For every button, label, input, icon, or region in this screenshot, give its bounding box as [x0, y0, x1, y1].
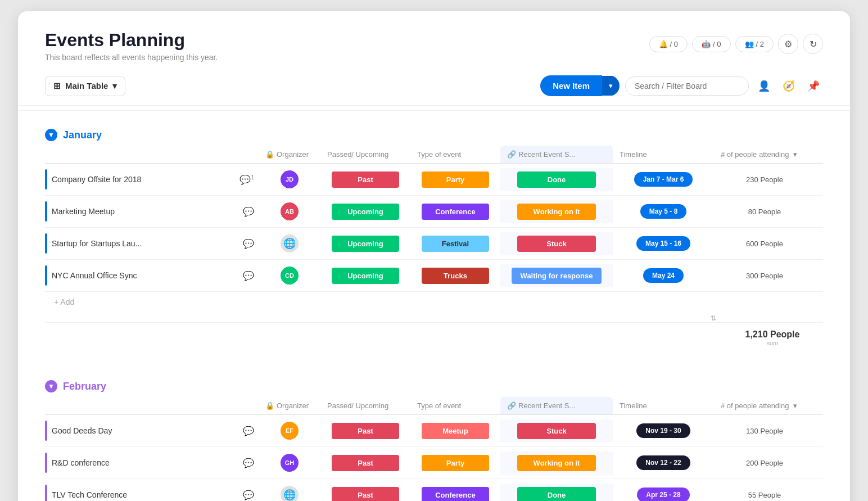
table-row: Company Offsite for 2018💬1JDPastPartyDon… — [45, 164, 823, 196]
timeline-value: Nov 12 - 22 — [636, 455, 690, 470]
filter-icon[interactable]: ▾ — [793, 150, 797, 159]
recent-event-status: Working on it — [517, 204, 596, 220]
col-header-5: Timeline — [613, 146, 714, 163]
table-row: Marketing Meetup💬ABUpcomingConferenceWor… — [45, 196, 823, 228]
table-row: R&D conference💬GHPastPartyWorking on itN… — [45, 447, 823, 479]
event-type-status: Meetup — [422, 423, 489, 439]
row-item-name: NYC Annual Office Sync — [52, 271, 236, 280]
type-of-event-cell[interactable]: Festival — [410, 232, 500, 255]
activity-btn[interactable]: ↻ — [803, 34, 823, 54]
type-of-event-cell[interactable]: Party — [410, 168, 500, 191]
avatar: 🌐 — [281, 486, 299, 501]
comment-icon[interactable]: 💬 — [243, 270, 254, 281]
col-header-6: # of people attending ▾ — [714, 397, 815, 414]
timeline-cell[interactable]: Jan 7 - Mar 6 — [613, 169, 714, 190]
members-btn[interactable]: 👥 / 2 — [735, 36, 774, 52]
recent-event-cell[interactable]: Stuck — [500, 419, 613, 443]
recent-event-status: Done — [517, 171, 596, 188]
event-type-status: Party — [422, 171, 489, 188]
add-row-btn[interactable]: + Add — [45, 292, 823, 312]
timeline-cell[interactable]: Nov 12 - 22 — [613, 452, 714, 473]
row-accent-bar — [45, 485, 47, 501]
timeline-cell[interactable]: Nov 19 - 30 — [613, 420, 714, 441]
automations-btn[interactable]: 🤖 / 0 — [692, 36, 730, 52]
row-name-cell-1: Marketing Meetup💬 — [45, 196, 259, 227]
timeline-cell[interactable]: May 5 - 8 — [613, 201, 714, 222]
recent-event-cell[interactable]: Done — [500, 484, 613, 501]
person-icon[interactable]: 👤 — [754, 78, 774, 94]
main-table-btn[interactable]: ⊞ Main Table ▾ — [45, 76, 125, 96]
type-of-event-cell[interactable]: Party — [410, 452, 500, 475]
passed-upcoming-cell[interactable]: Upcoming — [320, 232, 410, 255]
row-name-cell-1: R&D conference💬 — [45, 447, 259, 479]
settings-btn[interactable]: ⚙ — [778, 34, 798, 54]
bell-icon: 🔔 — [659, 40, 668, 48]
col-header-1: 🔒 Organizer — [259, 397, 320, 414]
app-title: Events Planning — [45, 29, 218, 51]
row-name-cell-2: TLV Tech Conference💬 — [45, 479, 259, 501]
sort-icon[interactable]: ⇅ — [45, 314, 823, 322]
filter-icon[interactable]: ▾ — [793, 401, 797, 410]
search-input[interactable] — [625, 76, 749, 96]
recent-event-cell[interactable]: Waiting for response — [500, 264, 613, 287]
new-item-button[interactable]: New Item — [540, 75, 602, 96]
recent-event-cell[interactable]: Done — [500, 168, 613, 191]
main-table-label: Main Table — [65, 81, 108, 91]
activity-icon: ↻ — [810, 39, 817, 49]
row-item-name: R&D conference — [52, 458, 236, 467]
passed-upcoming-status: Upcoming — [332, 204, 399, 220]
group-header-january: ▼January — [45, 120, 823, 146]
passed-upcoming-cell[interactable]: Past — [320, 168, 410, 191]
timeline-cell[interactable]: May 15 - 16 — [613, 233, 714, 254]
passed-upcoming-cell[interactable]: Past — [320, 452, 410, 475]
passed-upcoming-cell[interactable]: Upcoming — [320, 264, 410, 287]
passed-upcoming-cell[interactable]: Upcoming — [320, 200, 410, 223]
comment-icon[interactable]: 💬1 — [239, 174, 254, 185]
comment-icon[interactable]: 💬 — [243, 458, 254, 468]
passed-upcoming-cell[interactable]: Past — [320, 484, 410, 501]
passed-upcoming-status: Past — [332, 455, 399, 471]
col-header-5: Timeline — [613, 397, 714, 414]
pin-icon[interactable]: 📌 — [804, 78, 823, 94]
recent-event-cell[interactable]: Working on it — [500, 200, 613, 223]
recent-event-cell[interactable]: Working on it — [500, 452, 613, 475]
timeline-cell[interactable]: May 24 — [613, 265, 714, 286]
notifications-btn[interactable]: 🔔 / 0 — [649, 36, 688, 52]
dropdown-icon: ▾ — [112, 81, 117, 91]
recent-event-cell[interactable]: Stuck — [500, 232, 613, 255]
col-header-6: # of people attending ▾ — [714, 146, 815, 163]
toolbar-right: New Item ▾ 👤 🧭 📌 — [540, 75, 823, 96]
organizer-cell: 🌐 — [259, 482, 320, 501]
organizer-cell: 🌐 — [259, 231, 320, 256]
toolbar-divider — [18, 110, 850, 111]
comment-icon[interactable]: 💬 — [243, 206, 254, 217]
type-of-event-cell[interactable]: Meetup — [410, 419, 500, 443]
table-january: 🔒 OrganizerPassed/ UpcomingType of event… — [45, 146, 823, 353]
comment-icon[interactable]: 💬 — [243, 490, 254, 500]
type-of-event-cell[interactable]: Conference — [410, 484, 500, 501]
new-item-dropdown-btn[interactable]: ▾ — [602, 76, 620, 96]
group-title-february: February — [63, 381, 106, 392]
passed-upcoming-cell[interactable]: Past — [320, 419, 410, 443]
group-toggle-january[interactable]: ▼ — [45, 129, 57, 141]
settings-icon: ⚙ — [784, 39, 792, 49]
link-icon: 🔗 — [507, 150, 516, 159]
row-item-name: Good Deeds Day — [52, 426, 236, 435]
compass-icon[interactable]: 🧭 — [779, 78, 798, 94]
col-headers-january: 🔒 OrganizerPassed/ UpcomingType of event… — [45, 146, 823, 164]
app-container: Events Planning This board reflects all … — [18, 11, 850, 501]
event-type-status: Conference — [422, 204, 489, 220]
timeline-value: Apr 25 - 28 — [637, 488, 689, 501]
comment-icon[interactable]: 💬 — [243, 238, 254, 249]
new-item-btn-wrapper: New Item ▾ — [540, 75, 620, 96]
type-of-event-cell[interactable]: Conference — [410, 200, 500, 223]
people-count-cell: 130 People — [714, 427, 815, 435]
group-toggle-february[interactable]: ▼ — [45, 380, 57, 392]
avatar: GH — [281, 454, 299, 472]
type-of-event-cell[interactable]: Trucks — [410, 264, 500, 287]
table-row: Startup for Startups Lau...💬🌐UpcomingFes… — [45, 228, 823, 260]
timeline-cell[interactable]: Apr 25 - 28 — [613, 484, 714, 501]
people-count-cell: 600 People — [714, 240, 815, 248]
table-row: Good Deeds Day💬EFPastMeetupStuckNov 19 -… — [45, 415, 823, 447]
comment-icon[interactable]: 💬 — [243, 426, 254, 436]
